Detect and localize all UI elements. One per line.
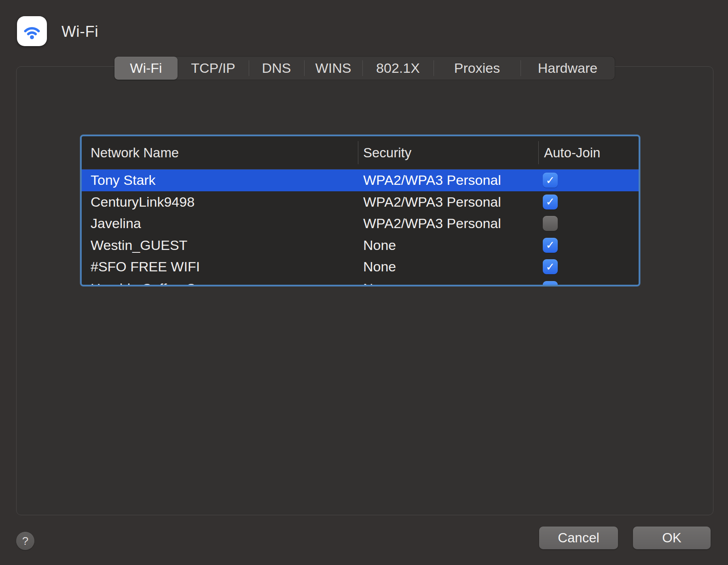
tab-wifi[interactable]: Wi-Fi	[114, 57, 178, 80]
wifi-settings-dialog: Wi-Fi Wi-Fi TCP/IP DNS WINS 802.1X Proxi…	[0, 0, 728, 565]
network-name: #SFO FREE WIFI	[91, 256, 200, 278]
tab-bar: Wi-Fi TCP/IP DNS WINS 802.1X Proxies Har…	[114, 57, 615, 80]
preferred-networks-table: Network Name Security Auto-Join Tony Sta…	[80, 135, 640, 286]
network-security: WPA2/WPA3 Personal	[363, 169, 501, 191]
auto-join-checkbox[interactable]	[543, 281, 558, 287]
network-security: None	[363, 256, 396, 278]
tab-8021x[interactable]: 802.1X	[362, 57, 434, 80]
table-header-row: Network Name Security Auto-Join	[82, 136, 639, 169]
network-row[interactable]: Westin_GUEST None	[82, 235, 639, 256]
help-button[interactable]: ?	[16, 532, 34, 550]
network-security: WPA2/WPA3 Personal	[363, 213, 501, 235]
network-security: WPA2/WPA3 Personal	[363, 191, 501, 213]
table-body[interactable]: Tony Stark WPA2/WPA3 Personal CenturyLin…	[82, 169, 639, 286]
auto-join-checkbox[interactable]	[543, 238, 558, 253]
column-header-auto-join: Auto-Join	[544, 136, 600, 169]
wifi-app-icon	[17, 16, 47, 46]
wifi-icon	[20, 19, 44, 43]
tab-proxies[interactable]: Proxies	[434, 57, 521, 80]
window-title: Wi-Fi	[61, 23, 98, 40]
auto-join-checkbox[interactable]	[543, 195, 558, 209]
column-divider	[538, 141, 539, 164]
network-row[interactable]: CenturyLink9498 WPA2/WPA3 Personal	[82, 191, 639, 213]
tab-dns[interactable]: DNS	[249, 57, 304, 80]
network-security: None	[363, 235, 396, 256]
auto-join-checkbox[interactable]	[543, 173, 558, 188]
auto-join-checkbox[interactable]	[543, 259, 558, 274]
network-security: None	[363, 278, 396, 287]
tab-hardware[interactable]: Hardware	[521, 57, 615, 80]
network-row[interactable]: #SFO FREE WIFI None	[82, 256, 639, 278]
wifi-tab-panel	[16, 66, 713, 515]
network-row[interactable]: Javelina WPA2/WPA3 Personal	[82, 213, 639, 235]
network-name: Westin_GUEST	[91, 235, 187, 256]
column-divider	[358, 141, 358, 164]
network-row-clipped[interactable]: Humble Coffee Co None	[82, 278, 639, 287]
network-name: Tony Stark	[91, 169, 156, 191]
column-header-security: Security	[363, 136, 411, 169]
ok-button[interactable]: OK	[633, 527, 711, 549]
tab-tcpip[interactable]: TCP/IP	[178, 57, 249, 80]
tab-wins[interactable]: WINS	[304, 57, 362, 80]
question-mark-icon: ?	[22, 535, 29, 548]
network-name: Humble Coffee Co	[91, 278, 203, 287]
network-name: Javelina	[91, 213, 141, 235]
network-row[interactable]: Tony Stark WPA2/WPA3 Personal	[82, 169, 639, 191]
network-name: CenturyLink9498	[91, 191, 195, 213]
cancel-button[interactable]: Cancel	[539, 527, 618, 549]
column-header-network-name: Network Name	[91, 136, 179, 169]
auto-join-checkbox[interactable]	[543, 216, 558, 231]
